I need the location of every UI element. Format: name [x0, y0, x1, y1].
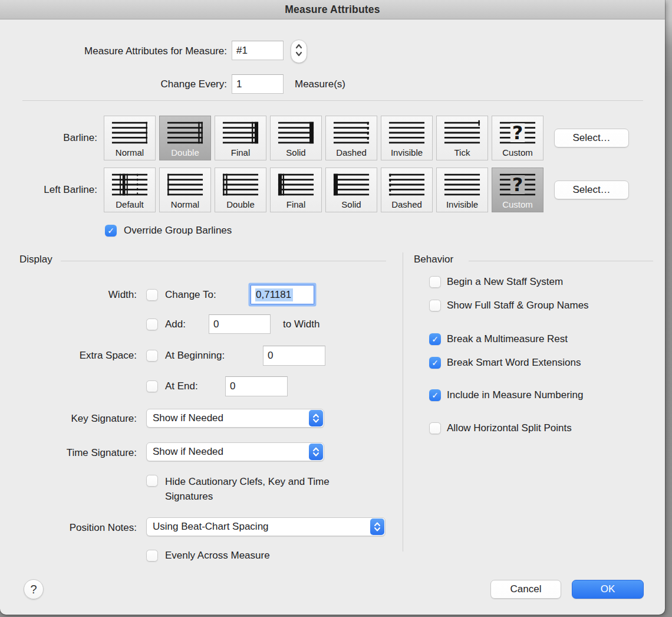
dropdown-chevrons-icon — [309, 410, 323, 426]
default-barline-icon — [111, 168, 148, 199]
barline-option-normal[interactable]: Normal — [104, 116, 156, 160]
solid-barline-icon — [333, 168, 370, 199]
left-barline-option-default[interactable]: Default — [104, 168, 156, 212]
begin-new-staff-system-label: Begin a New Staff System — [447, 275, 563, 288]
left-barline-option-normal[interactable]: Normal — [159, 168, 211, 212]
dropdown-chevrons-icon — [370, 518, 384, 535]
display-section-rule — [61, 261, 386, 261]
evenly-across-label: Evenly Across Measure — [165, 549, 270, 562]
barline-option-tick[interactable]: Tick — [436, 116, 488, 160]
begin-new-staff-system-checkbox[interactable] — [429, 276, 441, 288]
left-barline-option-double[interactable]: Double — [215, 168, 266, 212]
measure-for-label: Measure Attributes for Measure: — [0, 45, 227, 58]
change-to-input[interactable]: 0,71181 — [251, 285, 314, 304]
change-every-input[interactable]: 1 — [232, 74, 284, 94]
change-to-label: Change To: — [165, 288, 216, 301]
window-title: Measure Attributes — [285, 4, 380, 16]
title-bar[interactable]: Measure Attributes — [0, 0, 665, 19]
dashed-barline-icon — [333, 116, 370, 147]
override-group-barlines-label: Override Group Barlines — [124, 224, 232, 237]
left-barline-button-group: DefaultNormalDoubleFinalSolidDashedInvis… — [104, 168, 543, 212]
selected-text: 0,71181 — [255, 288, 293, 301]
add-label: Add: — [165, 318, 186, 331]
dashed-barline-icon — [388, 168, 425, 199]
help-button[interactable]: ? — [24, 579, 44, 599]
position-notes-label: Position Notes: — [0, 521, 137, 534]
left-barline-option-solid[interactable]: Solid — [325, 168, 377, 212]
question-mark-icon: ? — [30, 583, 37, 596]
measure-attributes-dialog: Measure Attributes Measure Attributes fo… — [0, 0, 665, 615]
width-label: Width: — [0, 288, 137, 301]
change-every-suffix: Measure(s) — [295, 78, 345, 91]
break-multimeasure-rest-label: Break a Multimeasure Rest — [447, 333, 568, 346]
key-signature-label: Key Signature: — [0, 412, 137, 425]
ok-button[interactable]: OK — [572, 580, 644, 599]
show-full-staff-group-names-checkbox[interactable] — [429, 300, 441, 311]
at-end-label: At End: — [165, 380, 198, 393]
break-smart-word-extensions-checkbox[interactable] — [429, 357, 441, 369]
show-full-staff-group-names-label: Show Full Staff & Group Names — [447, 299, 589, 312]
stepper-chevrons-icon — [295, 42, 303, 61]
normal-barline-icon — [167, 168, 203, 199]
key-signature-select[interactable]: Show if Needed — [146, 409, 324, 428]
change-to-checkbox[interactable] — [146, 289, 158, 301]
barline-option-custom[interactable]: ?Custom — [492, 116, 543, 160]
svg-text:?: ? — [512, 122, 523, 144]
final-barline-icon — [278, 168, 314, 199]
cancel-button[interactable]: Cancel — [490, 580, 561, 599]
change-every-label: Change Every: — [0, 78, 227, 91]
position-notes-select[interactable]: Using Beat-Chart Spacing — [146, 517, 386, 536]
barline-button-group: NormalDoubleFinalSolidDashedInvisibleTic… — [104, 116, 543, 160]
add-checkbox[interactable] — [146, 319, 158, 330]
custom-barline-icon: ? — [499, 168, 536, 199]
barline-option-final[interactable]: Final — [215, 116, 266, 160]
measure-number-input[interactable]: #1 — [232, 41, 284, 60]
break-smart-word-extensions-label: Break Smart Word Extensions — [447, 356, 581, 369]
custom-barline-icon: ? — [499, 116, 536, 147]
display-section-title: Display — [19, 254, 52, 265]
at-beginning-label: At Beginning: — [165, 349, 225, 362]
add-input[interactable]: 0 — [209, 314, 271, 334]
measure-number-stepper[interactable] — [291, 40, 307, 63]
column-divider — [403, 252, 403, 552]
left-barline-label: Left Barline: — [0, 183, 97, 196]
time-signature-select[interactable]: Show if Needed — [146, 442, 324, 461]
barline-option-double[interactable]: Double — [159, 116, 211, 160]
hide-cautionary-label: Hide Cautionary Clefs, Key and Time Sign… — [165, 474, 373, 504]
extra-space-label: Extra Space: — [0, 349, 137, 362]
at-end-checkbox[interactable] — [146, 380, 158, 392]
barline-option-invisible[interactable]: Invisible — [381, 116, 433, 160]
behavior-section-rule — [469, 261, 653, 261]
left-barline-option-custom[interactable]: ?Custom — [492, 168, 543, 212]
normal-barline-icon — [111, 116, 148, 147]
barline-select-button[interactable]: Select… — [554, 129, 629, 147]
barline-option-solid[interactable]: Solid — [270, 116, 322, 160]
invisible-barline-icon — [444, 168, 480, 199]
time-signature-label: Time Signature: — [0, 447, 137, 460]
hide-cautionary-checkbox[interactable] — [146, 475, 158, 487]
behavior-section-title: Behavior — [414, 254, 453, 265]
add-suffix: to Width — [283, 318, 319, 331]
final-barline-icon — [222, 116, 259, 147]
override-group-barlines-checkbox[interactable] — [105, 225, 117, 237]
left-barline-select-button[interactable]: Select… — [554, 180, 629, 199]
at-beginning-checkbox[interactable] — [146, 350, 158, 362]
header-divider — [22, 100, 643, 101]
break-multimeasure-rest-checkbox[interactable] — [429, 333, 441, 345]
double-barline-icon — [222, 168, 259, 199]
barline-label: Barline: — [0, 132, 97, 145]
at-beginning-input[interactable]: 0 — [263, 346, 325, 366]
invisible-barline-icon — [388, 116, 425, 147]
left-barline-option-invisible[interactable]: Invisible — [436, 168, 488, 212]
include-in-measure-numbering-checkbox[interactable] — [429, 389, 441, 401]
barline-option-dashed[interactable]: Dashed — [325, 116, 377, 160]
svg-text:?: ? — [512, 173, 523, 196]
left-barline-option-dashed[interactable]: Dashed — [381, 168, 433, 212]
include-in-measure-numbering-label: Include in Measure Numbering — [447, 389, 584, 402]
left-barline-option-final[interactable]: Final — [270, 168, 322, 212]
tick-barline-icon — [444, 116, 480, 147]
allow-horizontal-split-points-checkbox[interactable] — [429, 422, 441, 434]
at-end-input[interactable]: 0 — [225, 376, 288, 396]
allow-horizontal-split-points-label: Allow Horizontal Split Points — [447, 422, 572, 435]
evenly-across-checkbox[interactable] — [146, 550, 158, 562]
